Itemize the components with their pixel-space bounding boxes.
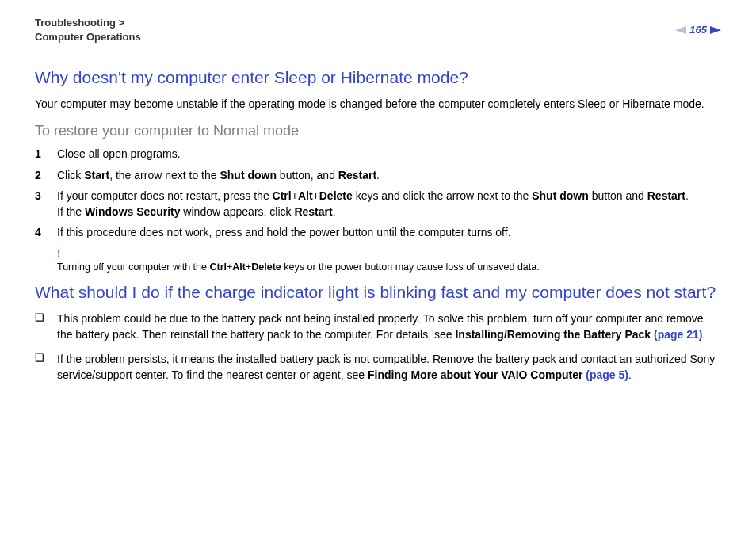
- bullet-text: This problem could be due to the battery…: [57, 311, 721, 343]
- section2-heading: What should I do if the charge indicator…: [35, 281, 721, 303]
- step-number: 2: [35, 167, 57, 183]
- breadcrumb-line2: Computer Operations: [35, 31, 141, 43]
- step-text: Click Start, the arrow next to the Shut …: [57, 167, 721, 183]
- bullet-icon: ❑: [35, 351, 57, 383]
- svg-marker-1: [710, 26, 721, 34]
- page-link[interactable]: (page 21): [654, 328, 702, 341]
- bullet-text: If the problem persists, it means the in…: [57, 351, 721, 383]
- step-number: 1: [35, 146, 57, 162]
- step-2: 2 Click Start, the arrow next to the Shu…: [35, 167, 721, 183]
- step-4: 4 If this procedure does not work, press…: [35, 224, 721, 240]
- page-nav: 165: [675, 24, 721, 36]
- prev-page-icon[interactable]: [675, 26, 686, 34]
- next-page-icon[interactable]: [710, 26, 721, 34]
- page-link[interactable]: (page 5): [586, 368, 628, 381]
- warning-note: ! Turning off your computer with the Ctr…: [57, 247, 721, 273]
- document-page: Troubleshooting > Computer Operations 16…: [0, 0, 756, 406]
- step-number: 3: [35, 188, 57, 220]
- section1-intro: Your computer may become unstable if the…: [35, 97, 721, 113]
- section1-heading: Why doesn't my computer enter Sleep or H…: [35, 67, 721, 88]
- step-1: 1 Close all open programs.: [35, 146, 721, 162]
- warning-icon: !: [57, 247, 721, 259]
- step-text: Close all open programs.: [57, 146, 721, 162]
- step-text: If your computer does not restart, press…: [57, 188, 721, 220]
- step-number: 4: [35, 224, 57, 240]
- step-text: If this procedure does not work, press a…: [57, 224, 721, 240]
- section2-bullets: ❑ This problem could be due to the batte…: [35, 311, 721, 383]
- warning-text: Turning off your computer with the Ctrl+…: [57, 261, 540, 273]
- svg-marker-0: [675, 26, 686, 34]
- bullet-1: ❑ This problem could be due to the batte…: [35, 311, 721, 343]
- section1-subheading: To restore your computer to Normal mode: [35, 123, 721, 139]
- page-header: Troubleshooting > Computer Operations 16…: [35, 16, 721, 44]
- bullet-icon: ❑: [35, 311, 57, 343]
- bullet-2: ❑ If the problem persists, it means the …: [35, 351, 721, 383]
- breadcrumb-line1: Troubleshooting >: [35, 17, 124, 29]
- step-3: 3 If your computer does not restart, pre…: [35, 188, 721, 220]
- breadcrumb[interactable]: Troubleshooting > Computer Operations: [35, 16, 141, 44]
- restore-steps: 1 Close all open programs. 2 Click Start…: [35, 146, 721, 240]
- page-number: 165: [689, 24, 707, 36]
